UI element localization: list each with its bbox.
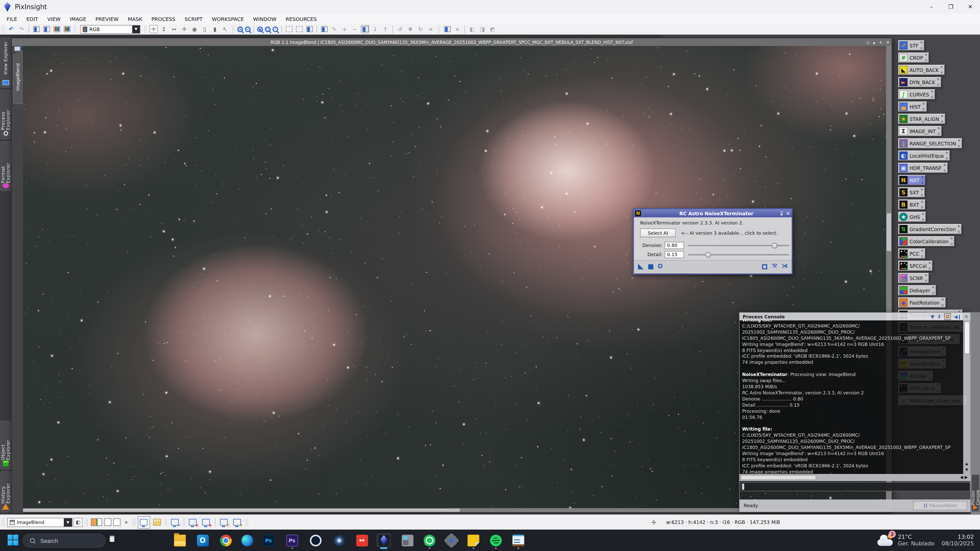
taskbar-icon-notes-app[interactable]: [511, 533, 525, 548]
sidebar-tab-history-explorer[interactable]: History Explorer: [0, 472, 11, 512]
reset-icon[interactable]: ⋊: [781, 262, 788, 269]
shade-icon[interactable]: ▴: [873, 40, 875, 44]
restore-button[interactable]: ❐: [941, 0, 961, 14]
process-console-dock-tab[interactable]: Process Console: [971, 475, 980, 512]
toolbar-drag-handle[interactable]: [73, 25, 76, 33]
process-console-window[interactable]: Process Console ▼ ⇕ ◀❙ ✕ Writing file:C:…: [739, 312, 971, 512]
process-shortcut-HIST[interactable]: ▄HISTND: [898, 102, 927, 112]
preview-dashed2-icon[interactable]: [295, 25, 303, 33]
process-shortcut-BXT[interactable]: BBXTND: [898, 200, 925, 210]
scroll-right-icon[interactable]: ▶: [965, 475, 969, 480]
toolbar-drag-handle[interactable]: [2, 25, 5, 33]
stf-toolbar-icon[interactable]: [443, 25, 451, 33]
detail-field[interactable]: 0.15: [665, 251, 684, 258]
process-shortcut-CURVES[interactable]: ∫CURVESND: [898, 89, 935, 100]
preview-remove-icon[interactable]: −: [351, 25, 359, 33]
scroll-up-icon[interactable]: ▲: [966, 462, 968, 466]
toolbar-drag-handle[interactable]: [85, 518, 88, 526]
process-shortcut-LocalHistEqua[interactable]: ◐LocalHistEquaND: [898, 151, 950, 161]
process-settings-icon[interactable]: ✱: [406, 25, 414, 33]
chevron-down-icon[interactable]: ▼: [64, 518, 72, 526]
taskbar-icon-spotify[interactable]: [488, 533, 503, 548]
sidebar-tab-object-explorer[interactable]: Object Explorer: [0, 421, 11, 469]
process-shortcut-PCC[interactable]: PCCND: [898, 248, 925, 259]
menu-image[interactable]: IMAGE: [65, 14, 91, 24]
process-shortcut-STF[interactable]: ↗STFND: [898, 40, 924, 51]
process-shortcut-GradientCorrection[interactable]: ⇅GradientCorrectionND: [898, 224, 962, 234]
preview-edit-icon[interactable]: ✎: [330, 25, 339, 33]
taskbar-icon-outlook[interactable]: O: [196, 533, 210, 548]
zoom-window-icon[interactable]: +: [879, 40, 882, 44]
close-window-icon[interactable]: ✕: [886, 40, 890, 44]
preview-add-icon[interactable]: +: [340, 25, 348, 33]
taskbar-icon-sticky-notes[interactable]: [466, 533, 480, 548]
scroll-down-icon[interactable]: ▼: [966, 468, 968, 472]
weather-widget[interactable]: 21°C Ger. Nublado: [898, 534, 934, 547]
taskbar-icon-asi-studio[interactable]: [308, 533, 323, 548]
console-vertical-scrollbar[interactable]: ▲▼: [963, 321, 970, 474]
process-shortcut-SPCCal[interactable]: SPCCalND: [898, 261, 933, 271]
scroll-left-icon[interactable]: ◀: [960, 475, 964, 480]
taskbar-icon-file-explorer[interactable]: [172, 533, 187, 548]
toolbar-drag-handle[interactable]: [245, 518, 248, 526]
pinned-small-icon[interactable]: [110, 536, 115, 542]
menu-preview[interactable]: PREVIEW: [91, 14, 123, 24]
preview-blue-icon[interactable]: [305, 25, 313, 33]
menu-script[interactable]: SCRIPT: [180, 14, 207, 24]
menu-window[interactable]: WINDOW: [248, 14, 281, 24]
process-shortcut-FastRotation[interactable]: ◉FastRotationND: [898, 297, 945, 308]
console-command-input[interactable]: [741, 482, 970, 491]
process-shortcut-STAR_ALIGN[interactable]: ★STAR_ALIGNND: [898, 114, 945, 124]
pan-mode-icon[interactable]: ✛: [180, 25, 188, 33]
menu-view[interactable]: VIEW: [43, 14, 65, 24]
background-color-swatch[interactable]: [91, 518, 102, 526]
taskbar-icon-photoshop-beta[interactable]: Ps: [285, 533, 299, 548]
edit-image-icon[interactable]: [32, 25, 40, 33]
shade-icon[interactable]: ▲: [780, 211, 783, 215]
stf-reset-icon[interactable]: ×: [453, 25, 461, 33]
close-icon[interactable]: ✕: [786, 210, 790, 216]
zoom-shrink-icon[interactable]: ↔: [170, 25, 178, 33]
taskbar-icon-chrome[interactable]: [218, 533, 233, 548]
process-shortcut-SCNR[interactable]: SCNRND: [898, 273, 929, 283]
realtime-preview-icon[interactable]: [658, 264, 662, 268]
overflow-chevron[interactable]: »: [124, 519, 128, 526]
white-swatch-1[interactable]: [104, 518, 111, 526]
screen-warn-up-icon[interactable]: ⬆: [231, 516, 243, 528]
history-back-icon[interactable]: ↓: [371, 25, 379, 33]
toolbar-drag-handle[interactable]: [144, 25, 147, 33]
process-shortcut-CROP[interactable]: #CROPND: [898, 52, 929, 63]
process-undo-icon[interactable]: ↺: [396, 25, 404, 33]
move-mode-icon[interactable]: ✛: [150, 25, 158, 33]
menu-mask[interactable]: MASK: [123, 14, 147, 24]
pause-abort-button[interactable]: Pause/Abort: [913, 501, 967, 510]
start-button[interactable]: [8, 535, 18, 545]
process-shortcut-Debayer[interactable]: DebayerND: [898, 285, 936, 295]
browse-doc-icon[interactable]: [762, 264, 767, 269]
zoom-fit-view-icon[interactable]: ▫: [265, 26, 270, 32]
undo-icon[interactable]: ↶: [7, 25, 15, 33]
process-console-titlebar[interactable]: Process Console ▼ ⇕ ◀❙ ✕: [740, 313, 970, 321]
screen-close-icon[interactable]: ⊗: [186, 516, 199, 528]
apply-global-icon[interactable]: [648, 264, 653, 269]
process-shortcut-AUTO_BACK[interactable]: ◣AUTO_BACKND: [898, 65, 945, 75]
image-window-titlebar[interactable]: RGB 1:1 ImageBlend | IC1805_ASI2600MC_DU…: [12, 38, 892, 46]
mask-enable-icon[interactable]: ◨: [478, 25, 487, 33]
console-output[interactable]: Writing file:C:/LIXO5/SKY_WTACHER_GTi_AS…: [740, 321, 964, 474]
nxt-dialog-titlebar[interactable]: N RC Astro NoiseXTerminator ▲ ✕: [634, 209, 792, 218]
sidebar-tab-view-explorer[interactable]: View Explorer: [0, 38, 11, 88]
page-icon[interactable]: ▯: [200, 25, 209, 33]
preview-new-icon[interactable]: [320, 25, 328, 33]
channel-selector[interactable]: RGB ▼: [80, 25, 140, 33]
white-swatch-2[interactable]: [113, 518, 121, 526]
zoom-selection-icon[interactable]: ·: [272, 26, 278, 32]
taskbar-search[interactable]: Search: [22, 534, 106, 548]
screen-warn-icon[interactable]: ☢: [218, 516, 230, 528]
chevron-down-icon[interactable]: ▼: [931, 314, 934, 319]
image-color-icon[interactable]: [52, 25, 61, 33]
zoom-out-icon[interactable]: −: [245, 26, 251, 32]
taskbar-icon-whatsapp[interactable]: [422, 533, 436, 548]
chevron-down-icon[interactable]: ▼: [132, 25, 140, 33]
screen-dock-icon[interactable]: ↵: [169, 516, 181, 528]
taskbar-icon-settings-gear[interactable]: [444, 533, 458, 548]
